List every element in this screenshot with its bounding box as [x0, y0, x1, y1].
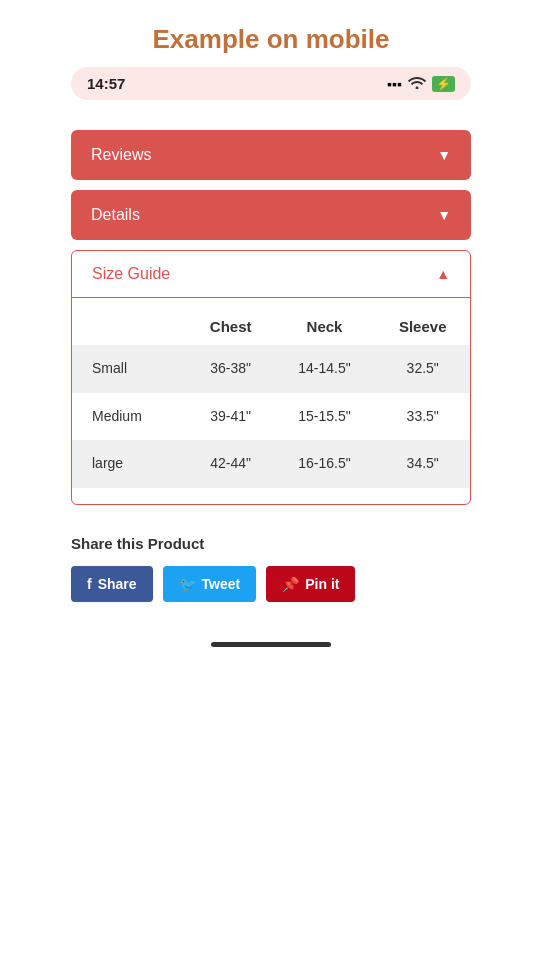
battery-icon: ⚡: [432, 76, 455, 92]
size-guide-chevron-icon: ▲: [436, 266, 450, 282]
pinterest-icon: 📌: [282, 576, 299, 592]
share-buttons: f Share 🐦 Tweet 📌 Pin it: [71, 566, 471, 602]
reviews-label: Reviews: [91, 146, 151, 164]
cell-neck: 15-15.5": [274, 393, 376, 441]
reviews-chevron-icon: ▼: [437, 147, 451, 163]
table-row: large 42-44" 16-16.5" 34.5": [72, 440, 470, 488]
share-facebook-label: Share: [98, 576, 137, 592]
cell-sleeve: 32.5": [375, 345, 470, 393]
col-header-neck: Neck: [274, 308, 376, 345]
facebook-icon: f: [87, 576, 92, 592]
share-facebook-button[interactable]: f Share: [71, 566, 153, 602]
status-icons: ▪▪▪ ⚡: [387, 75, 455, 92]
col-header-chest: Chest: [188, 308, 274, 345]
cell-chest: 42-44": [188, 440, 274, 488]
cell-sleeve: 34.5": [375, 440, 470, 488]
share-twitter-label: Tweet: [202, 576, 241, 592]
cell-neck: 14-14.5": [274, 345, 376, 393]
cell-size: Small: [72, 345, 188, 393]
cell-size: large: [72, 440, 188, 488]
share-pinterest-label: Pin it: [305, 576, 339, 592]
cell-chest: 36-38": [188, 345, 274, 393]
share-title: Share this Product: [71, 535, 471, 552]
details-chevron-icon: ▼: [437, 207, 451, 223]
status-time: 14:57: [87, 75, 125, 92]
details-label: Details: [91, 206, 140, 224]
page-title: Example on mobile: [0, 24, 542, 55]
table-row: Small 36-38" 14-14.5" 32.5": [72, 345, 470, 393]
wifi-icon: [408, 75, 426, 92]
size-guide-panel: Size Guide ▲ Chest Neck Sleeve Small 36-…: [71, 250, 471, 505]
col-header-size: [72, 308, 188, 345]
share-twitter-button[interactable]: 🐦 Tweet: [163, 566, 257, 602]
status-bar: 14:57 ▪▪▪ ⚡: [71, 67, 471, 100]
reviews-accordion-button[interactable]: Reviews ▼: [71, 130, 471, 180]
table-row: Medium 39-41" 15-15.5" 33.5": [72, 393, 470, 441]
twitter-icon: 🐦: [179, 576, 196, 592]
table-header-row: Chest Neck Sleeve: [72, 308, 470, 345]
size-table: Chest Neck Sleeve Small 36-38" 14-14.5" …: [72, 308, 470, 488]
cell-neck: 16-16.5": [274, 440, 376, 488]
details-accordion-button[interactable]: Details ▼: [71, 190, 471, 240]
size-guide-title: Size Guide: [92, 265, 170, 283]
main-content: Reviews ▼ Details ▼ Size Guide ▲ Chest N…: [71, 130, 471, 525]
col-header-sleeve: Sleeve: [375, 308, 470, 345]
cell-chest: 39-41": [188, 393, 274, 441]
share-pinterest-button[interactable]: 📌 Pin it: [266, 566, 355, 602]
signal-icon: ▪▪▪: [387, 76, 402, 92]
size-guide-header[interactable]: Size Guide ▲: [72, 251, 470, 298]
home-indicator: [211, 642, 331, 647]
cell-size: Medium: [72, 393, 188, 441]
cell-sleeve: 33.5": [375, 393, 470, 441]
share-section: Share this Product f Share 🐦 Tweet 📌 Pin…: [71, 525, 471, 612]
